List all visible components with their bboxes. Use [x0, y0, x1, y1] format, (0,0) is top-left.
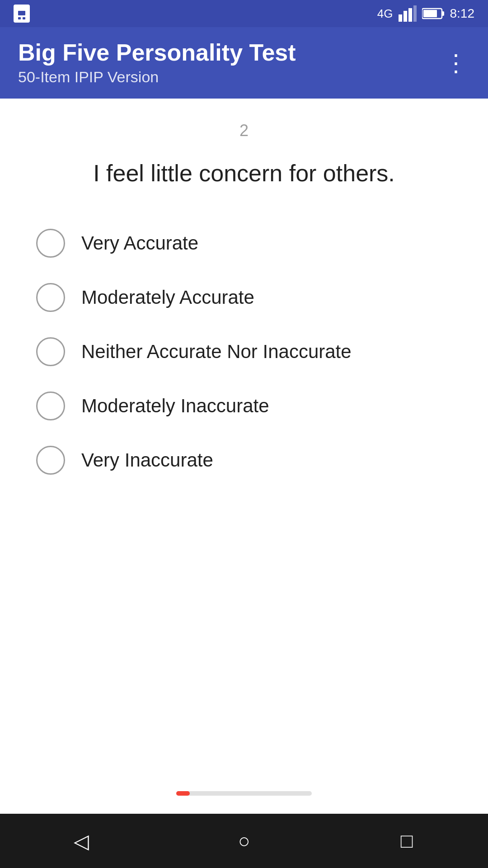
svg-rect-4: [399, 14, 402, 22]
radio-very-accurate[interactable]: [36, 229, 65, 258]
sim-icon: [14, 5, 30, 23]
radio-neither[interactable]: [36, 337, 65, 366]
nav-recent-button[interactable]: □: [380, 823, 434, 859]
nav-home-button[interactable]: ○: [217, 823, 271, 859]
nav-back-button[interactable]: ◁: [54, 823, 108, 859]
option-neither[interactable]: Neither Accurate Nor Inaccurate: [36, 325, 452, 379]
option-very-inaccurate[interactable]: Very Inaccurate: [36, 433, 452, 487]
radio-inner-moderately-accurate: [43, 290, 58, 305]
status-bar: 4G 8:12: [0, 0, 488, 27]
option-moderately-inaccurate[interactable]: Moderately Inaccurate: [36, 379, 452, 433]
svg-rect-5: [404, 11, 407, 22]
radio-very-inaccurate[interactable]: [36, 446, 65, 475]
svg-rect-9: [442, 11, 444, 16]
signal-strength-icon: [399, 5, 417, 22]
radio-inner-very-inaccurate: [43, 453, 58, 468]
option-label-neither: Neither Accurate Nor Inaccurate: [81, 341, 352, 363]
option-label-moderately-accurate: Moderately Accurate: [81, 287, 254, 308]
options-list: Very Accurate Moderately Accurate Neithe…: [18, 216, 470, 487]
progress-fill: [176, 791, 190, 796]
question-text: I feel little concern for others.: [18, 158, 470, 189]
option-label-moderately-inaccurate: Moderately Inaccurate: [81, 395, 269, 417]
svg-rect-1: [18, 11, 25, 15]
signal-icon: 4G: [377, 7, 393, 21]
app-bar: Big Five Personality Test 50-Item IPIP V…: [0, 27, 488, 99]
option-very-accurate[interactable]: Very Accurate: [36, 216, 452, 270]
radio-inner-very-accurate: [43, 236, 58, 251]
progress-bar: [176, 791, 312, 796]
app-title: Big Five Personality Test: [18, 40, 296, 66]
svg-rect-6: [408, 8, 412, 22]
svg-rect-2: [18, 17, 21, 19]
nav-bar: ◁ ○ □: [0, 814, 488, 868]
time-display: 8:12: [450, 6, 475, 21]
svg-rect-10: [423, 10, 437, 17]
radio-moderately-inaccurate[interactable]: [36, 392, 65, 420]
svg-rect-7: [413, 5, 417, 22]
status-bar-left: [14, 5, 30, 23]
battery-icon: [422, 7, 445, 20]
app-bar-text: Big Five Personality Test 50-Item IPIP V…: [18, 40, 296, 86]
question-number: 2: [18, 121, 470, 140]
more-menu-button[interactable]: ⋮: [443, 47, 470, 79]
progress-area: [18, 487, 470, 814]
option-moderately-accurate[interactable]: Moderately Accurate: [36, 270, 452, 325]
app-subtitle: 50-Item IPIP Version: [18, 68, 296, 86]
radio-moderately-accurate[interactable]: [36, 283, 65, 312]
option-label-very-inaccurate: Very Inaccurate: [81, 449, 213, 471]
option-label-very-accurate: Very Accurate: [81, 232, 198, 254]
svg-rect-3: [23, 17, 25, 19]
status-icons: 4G 8:12: [377, 5, 474, 22]
radio-inner-neither: [43, 344, 58, 359]
radio-inner-moderately-inaccurate: [43, 398, 58, 414]
main-content: 2 I feel little concern for others. Very…: [0, 99, 488, 814]
